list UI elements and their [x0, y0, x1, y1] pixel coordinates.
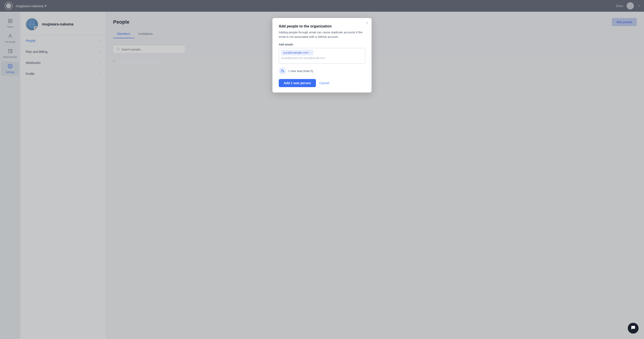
add-emails-label: Add emails [279, 43, 365, 46]
chat-widget[interactable] [628, 323, 638, 334]
modal-overlay[interactable]: × Add people to the organization Adding … [0, 0, 644, 339]
email-tag: you@example.com × [281, 50, 313, 55]
chat-icon [631, 325, 636, 331]
modal-close-button[interactable]: × [366, 21, 368, 25]
seat-icon [279, 67, 286, 74]
add-person-button[interactable]: Add 1 new person [279, 79, 316, 87]
email-tags-row: you@example.com × [281, 50, 363, 55]
seat-info: 1 new seat (total 5) [279, 67, 365, 74]
svg-point-13 [283, 70, 284, 71]
seat-text: 1 new seat (total 5) [288, 69, 313, 73]
modal-subtitle: Adding people through email can cause du… [279, 30, 365, 39]
modal-actions: Add 1 new person Cancel [279, 79, 365, 87]
email-placeholder: email@email.com email@email.com [281, 56, 363, 60]
email-input-area[interactable]: you@example.com × email@email.com email@… [279, 48, 365, 64]
add-people-modal: × Add people to the organization Adding … [272, 18, 372, 92]
svg-point-12 [282, 69, 282, 71]
cancel-button[interactable]: Cancel [320, 79, 330, 87]
email-tag-remove-button[interactable]: × [310, 51, 311, 54]
email-tag-value: you@example.com [283, 51, 308, 54]
modal-title: Add people to the organization [279, 24, 365, 28]
